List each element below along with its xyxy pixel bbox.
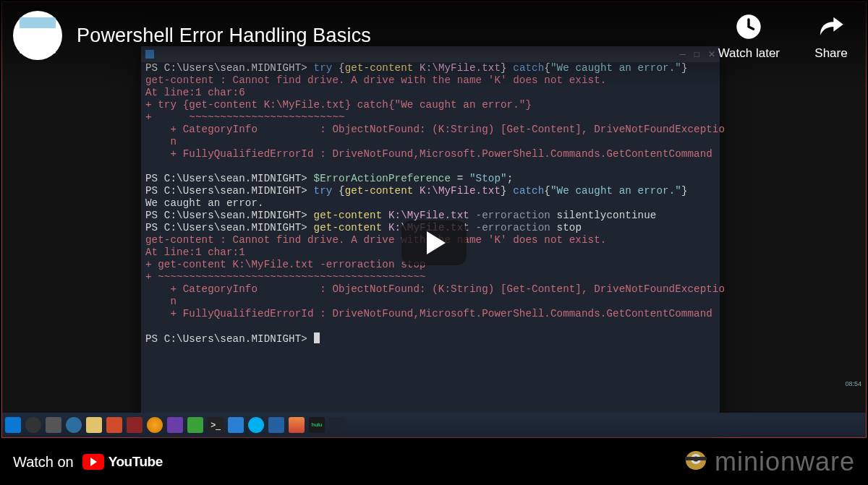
watch-later-button[interactable]: Watch later [718, 10, 780, 61]
bottom-bar: Watch on YouTube minionware [0, 439, 868, 485]
kw-catch: catch [513, 62, 544, 74]
prompt: PS C:\Users\sean.MIDNIGHT> [145, 62, 307, 74]
hulu-icon[interactable]: hulu [309, 417, 325, 433]
app-icon-5[interactable] [289, 417, 305, 433]
taskview-icon[interactable] [46, 417, 61, 433]
word-icon[interactable] [228, 417, 244, 433]
visualstudio-icon[interactable] [167, 417, 183, 433]
caught-output: We caught an error. [145, 197, 264, 209]
video-title: Powershell Error Handling Basics [77, 25, 718, 47]
start-icon[interactable] [5, 417, 21, 433]
system-tray: 08:54 [845, 380, 861, 388]
terminal-icon[interactable]: >_ [208, 417, 224, 433]
play-icon [427, 231, 446, 254]
error-text: get-content : Cannot find drive. A drive… [145, 74, 606, 86]
search-icon[interactable] [25, 417, 41, 433]
clock-icon [732, 10, 765, 43]
watch-on-youtube-button[interactable]: Watch on YouTube [13, 454, 163, 471]
clock: 08:54 [845, 380, 861, 387]
watch-on-label: Watch on [13, 454, 74, 471]
play-button[interactable] [401, 220, 467, 265]
explorer-icon[interactable] [86, 417, 102, 433]
powershell-task-icon[interactable] [329, 417, 345, 433]
terminal-output[interactable]: PS C:\Users\sean.MIDNIGHT> try {get-cont… [141, 62, 720, 350]
powerpoint-icon[interactable] [106, 417, 122, 433]
edge-icon[interactable] [66, 417, 82, 433]
brand-name: minionware [715, 447, 855, 477]
svg-rect-4 [685, 457, 707, 460]
video-player: ─ □ ✕ PS C:\Users\sean.MIDNIGHT> try {ge… [0, 0, 868, 485]
channel-avatar[interactable] [13, 11, 62, 60]
cursor [314, 332, 320, 343]
taskbar[interactable]: >_ hulu [2, 413, 866, 437]
skype-icon[interactable] [248, 417, 264, 433]
brand-watermark: minionware [681, 447, 855, 477]
app-icon-1[interactable] [127, 417, 142, 433]
video-header: Powershell Error Handling Basics Watch l… [13, 10, 855, 61]
app-icon-3[interactable] [187, 417, 203, 433]
share-icon [814, 10, 848, 43]
youtube-icon [82, 454, 104, 470]
share-button[interactable]: Share [814, 10, 848, 61]
minion-icon [681, 447, 710, 476]
app-icon-4[interactable] [268, 417, 284, 433]
app-icon-2[interactable] [147, 417, 163, 433]
kw-try: try [314, 62, 333, 74]
youtube-label: YouTube [109, 454, 163, 470]
